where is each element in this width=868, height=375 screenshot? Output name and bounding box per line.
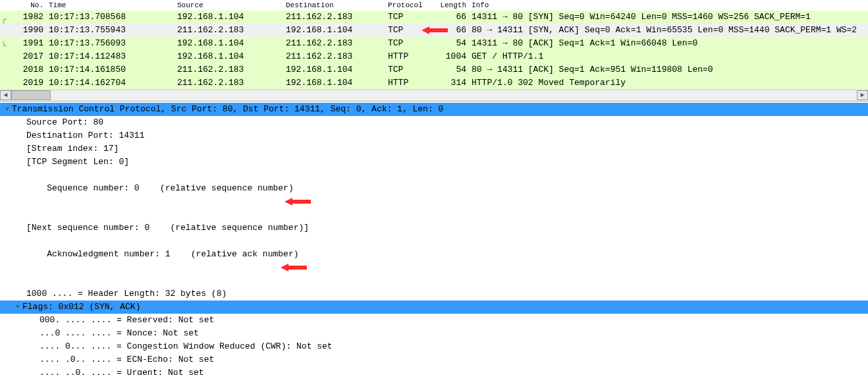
flag-ecn[interactable]: .... .0.. .... = ECN-Echo: Not set — [0, 353, 868, 366]
cell-time: 10:17:13.708568 — [46, 11, 175, 24]
horizontal-scrollbar[interactable]: ◄ ► — [0, 90, 868, 101]
cell-len: 314 — [435, 76, 469, 90]
cell-proto: HTTP — [385, 50, 435, 63]
col-header-proto[interactable]: Protocol — [385, 1, 435, 9]
packet-row[interactable]: ┌ 1982 10:17:13.708568 192.168.1.104 211… — [0, 11, 868, 24]
detail-seq-text: Sequence number: 0 (relative sequence nu… — [47, 183, 293, 193]
cell-src: 211.162.2.183 — [175, 76, 283, 90]
col-header-no[interactable]: No. — [0, 1, 46, 9]
cell-info: 14311 → 80 [ACK] Seq=1 Ack=1 Win=66048 L… — [469, 37, 868, 50]
tree-end-icon: └ — [1, 40, 8, 47]
cell-src: 192.168.1.104 — [175, 50, 283, 63]
packet-row[interactable]: 2017 10:17:14.112483 192.168.1.104 211.1… — [0, 50, 868, 63]
cell-dst: 192.168.1.104 — [283, 63, 385, 76]
flag-reserved[interactable]: 000. .... .... = Reserved: Not set — [0, 314, 868, 327]
packet-list-header: No. Time Source Destination Protocol Len… — [0, 0, 868, 11]
cell-dst: 211.162.2.183 — [283, 37, 385, 50]
cell-info: 14311 → 80 [SYN] Seq=0 Win=64240 Len=0 M… — [469, 11, 868, 24]
cell-proto: TCP — [385, 37, 435, 50]
tcp-title: Transmission Control Protocol, Src Port:… — [12, 104, 443, 114]
detail-dst-port[interactable]: Destination Port: 14311 — [0, 129, 868, 142]
cell-src: 192.168.1.104 — [175, 37, 283, 50]
cell-len: 54 — [435, 37, 469, 50]
col-header-info[interactable]: Info — [469, 1, 868, 9]
packet-row-selected[interactable]: 1990 10:17:13.755943 211.162.2.183 192.1… — [0, 24, 868, 37]
svg-marker-2 — [281, 264, 307, 272]
detail-next-seq[interactable]: [Next sequence number: 0 (relative seque… — [0, 221, 868, 235]
tcp-header-line[interactable]: ▾Transmission Control Protocol, Src Port… — [0, 103, 868, 116]
col-header-dst[interactable]: Destination — [283, 1, 385, 9]
cell-src: 211.162.2.183 — [175, 24, 283, 37]
detail-ack-text: Acknowledgment number: 1 (relative ack n… — [47, 249, 298, 259]
packet-row[interactable]: 2018 10:17:14.161850 211.162.2.183 192.1… — [0, 63, 868, 76]
packet-list-pane: No. Time Source Destination Protocol Len… — [0, 0, 868, 101]
cell-time: 10:17:14.162704 — [46, 76, 175, 90]
flags-title: Flags: 0x012 (SYN, ACK) — [22, 302, 140, 312]
cell-time: 10:17:13.756093 — [46, 37, 175, 50]
cell-proto: TCP — [385, 24, 435, 37]
detail-segment-len[interactable]: [TCP Segment Len: 0] — [0, 156, 868, 169]
cell-src: 211.162.2.183 — [175, 63, 283, 76]
cell-time: 10:17:13.755943 — [46, 24, 175, 37]
cell-no: 2017 — [0, 50, 46, 63]
cell-info: 80 → 14311 [SYN, ACK] Seq=0 Ack=1 Win=65… — [469, 24, 868, 37]
packet-row[interactable]: └ 1991 10:17:13.756093 192.168.1.104 211… — [0, 37, 868, 50]
detail-ack-number[interactable]: Acknowledgment number: 1 (relative ack n… — [0, 235, 868, 287]
flag-urgent[interactable]: .... ..0. .... = Urgent: Not set — [0, 366, 868, 375]
detail-stream-index[interactable]: [Stream index: 17] — [0, 142, 868, 156]
cell-proto: TCP — [385, 63, 435, 76]
cell-info: GET / HTTP/1.1 — [469, 50, 868, 63]
packet-row[interactable]: 2019 10:17:14.162704 211.162.2.183 192.1… — [0, 76, 868, 90]
scroll-left-button[interactable]: ◄ — [0, 90, 11, 100]
detail-src-port[interactable]: Source Port: 80 — [0, 116, 868, 129]
cell-no: 1990 — [0, 24, 46, 37]
chevron-down-icon[interactable]: ▾ — [13, 301, 22, 314]
cell-time: 10:17:14.161850 — [46, 63, 175, 76]
cell-dst: 211.162.2.183 — [283, 11, 385, 24]
cell-src: 192.168.1.104 — [175, 11, 283, 24]
flag-nonce[interactable]: ...0 .... .... = Nonce: Not set — [0, 327, 868, 340]
scroll-thumb[interactable] — [11, 90, 51, 100]
cell-no: 2019 — [0, 76, 46, 90]
cell-info: 80 → 14311 [ACK] Seq=1 Ack=951 Win=11980… — [469, 63, 868, 76]
cell-len: 66 — [435, 11, 469, 24]
tree-start-icon: ┌ — [1, 13, 8, 21]
cell-proto: TCP — [385, 11, 435, 24]
packet-details-pane: ▾Transmission Control Protocol, Src Port… — [0, 101, 868, 375]
cell-dst: 192.168.1.104 — [283, 24, 385, 37]
flag-cwr[interactable]: .... 0... .... = Congestion Window Reduc… — [0, 340, 868, 353]
cell-info: HTTP/1.0 302 Moved Temporarily — [469, 76, 868, 90]
detail-seq-number[interactable]: Sequence number: 0 (relative sequence nu… — [0, 169, 868, 221]
detail-header-length[interactable]: 1000 .... = Header Length: 32 bytes (8) — [0, 287, 868, 301]
cell-len: 1004 — [435, 50, 469, 63]
chevron-down-icon[interactable]: ▾ — [3, 103, 12, 116]
cell-proto: HTTP — [385, 76, 435, 90]
col-header-time[interactable]: Time — [46, 1, 175, 9]
scroll-right-button[interactable]: ► — [857, 90, 868, 100]
cell-dst: 211.162.2.183 — [283, 50, 385, 63]
cell-len: 66 — [435, 24, 469, 37]
svg-marker-1 — [285, 198, 311, 206]
col-header-src[interactable]: Source — [175, 1, 283, 9]
col-header-len[interactable]: Length — [435, 1, 469, 9]
cell-time: 10:17:14.112483 — [46, 50, 175, 63]
cell-no: 2018 — [0, 63, 46, 76]
detail-flags-header[interactable]: ▾Flags: 0x012 (SYN, ACK) — [0, 301, 868, 314]
cell-len: 54 — [435, 63, 469, 76]
cell-dst: 192.168.1.104 — [283, 76, 385, 90]
